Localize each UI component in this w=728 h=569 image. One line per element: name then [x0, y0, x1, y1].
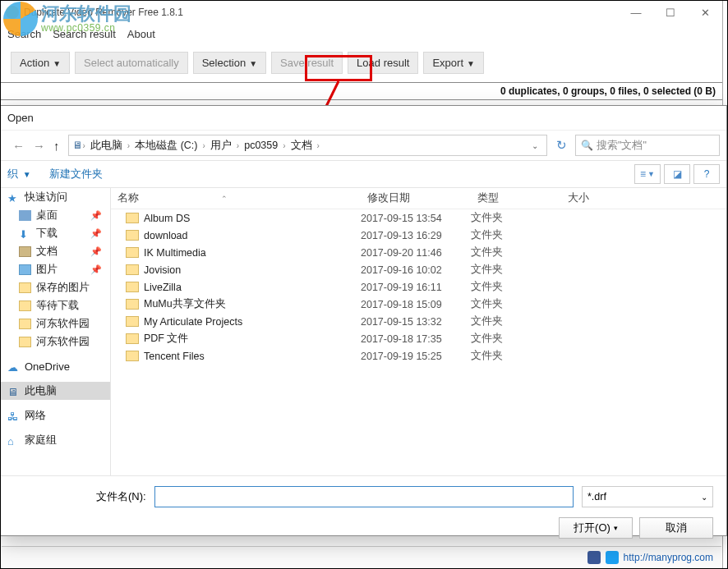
facebook-icon[interactable]	[587, 551, 601, 564]
load-result-button[interactable]: Load result	[348, 52, 418, 74]
sidebar-label: 图片	[36, 262, 58, 277]
sidebar-item-6[interactable]: 等待下载	[1, 296, 110, 314]
filename-input[interactable]	[154, 486, 574, 507]
cancel-button[interactable]: 取消	[639, 517, 713, 539]
organize-button[interactable]: 织 ▼	[7, 167, 31, 181]
file-row[interactable]: Jovision2017-09-16 10:02文件夹	[111, 261, 726, 278]
status-line: 0 duplicates, 0 groups, 0 files, 0 selec…	[1, 82, 722, 100]
save-result-button[interactable]: Save result	[271, 52, 343, 74]
file-type: 文件夹	[471, 228, 561, 242]
open-dialog: Open ← → ↑ 🖥 › 此电脑› 本地磁盘 (C:)› 用户› pc035…	[0, 105, 727, 536]
search-input[interactable]: 🔍 搜索"文档"	[575, 135, 720, 156]
file-row[interactable]: Album DS2017-09-15 13:54文件夹	[111, 209, 726, 227]
file-row[interactable]: download2017-09-13 16:29文件夹	[111, 227, 726, 244]
watermark-url: www.pc0359.cn	[41, 23, 131, 33]
col-date[interactable]: 修改日期	[361, 191, 471, 205]
file-name: MuMu共享文件夹	[144, 297, 361, 311]
sidebar-item-5[interactable]: 保存的图片	[1, 278, 110, 296]
crumb-0[interactable]: 此电脑	[85, 139, 127, 153]
sidebar-item-11[interactable]: 🖧网络	[1, 406, 110, 424]
file-name: LiveZilla	[144, 282, 361, 293]
help-button[interactable]: ?	[693, 164, 720, 184]
file-type: 文件夹	[471, 349, 561, 363]
sidebar-item-7[interactable]: 河东软件园	[1, 314, 110, 333]
crumb-4[interactable]: 文档	[286, 139, 317, 153]
nav-up-icon[interactable]: ↑	[53, 139, 60, 153]
dialog-title: Open	[1, 106, 726, 131]
sidebar-item-10[interactable]: 🖥此电脑	[1, 382, 110, 400]
sidebar-item-4[interactable]: 图片📌	[1, 260, 110, 278]
crumb-2[interactable]: 用户	[205, 139, 237, 153]
sidebar-item-0[interactable]: ★快速访问	[1, 188, 110, 206]
dialog-bottom: 文件名(N): *.drf⌄ 打开(O)▾ 取消	[1, 475, 726, 548]
minimize-button[interactable]: —	[619, 2, 653, 23]
file-type: 文件夹	[471, 314, 561, 328]
file-row[interactable]: PDF 文件2017-09-18 17:35文件夹	[111, 330, 726, 347]
pin-icon: 📌	[90, 228, 102, 239]
open-button[interactable]: 打开(O)▾	[559, 517, 633, 539]
crumb-1[interactable]: 本地磁盘 (C:)	[130, 139, 202, 153]
sidebar-label: 此电脑	[25, 383, 57, 398]
desk-icon	[19, 210, 31, 221]
file-date: 2017-09-18 15:09	[361, 299, 471, 310]
sidebar-item-1[interactable]: 桌面📌	[1, 206, 110, 224]
refresh-icon[interactable]: ↻	[551, 135, 572, 156]
sidebar-label: 下载	[36, 226, 58, 241]
pic-icon	[19, 264, 31, 275]
file-row[interactable]: MuMu共享文件夹2017-09-18 15:09文件夹	[111, 296, 726, 313]
filter-dropdown[interactable]: *.drf⌄	[582, 486, 713, 507]
col-type[interactable]: 类型	[471, 191, 561, 205]
new-folder-button[interactable]: 新建文件夹	[49, 167, 103, 181]
file-row[interactable]: My Articulate Projects2017-09-15 13:32文件…	[111, 313, 726, 330]
sidebar-label: 河东软件园	[36, 334, 90, 349]
sidebar-label: OneDrive	[25, 360, 70, 373]
pin-icon: 📌	[90, 210, 102, 221]
file-name: download	[144, 230, 361, 241]
home-icon: ⌂	[7, 435, 20, 446]
sidebar-label: 保存的图片	[36, 280, 90, 295]
sidebar-item-3[interactable]: 文档📌	[1, 242, 110, 260]
file-row[interactable]: IK Multimedia2017-09-20 11:46文件夹	[111, 244, 726, 261]
breadcrumb[interactable]: 🖥 › 此电脑› 本地磁盘 (C:)› 用户› pc0359› 文档› ⌄	[68, 135, 548, 156]
file-date: 2017-09-15 13:32	[361, 316, 471, 328]
sidebar-item-12[interactable]: ⌂家庭组	[1, 431, 110, 449]
file-type: 文件夹	[471, 245, 561, 259]
close-button[interactable]: ✕	[688, 2, 722, 23]
view-mode-button[interactable]: ≡ ▼	[634, 164, 661, 184]
sidebar-item-8[interactable]: 河东软件园	[1, 333, 110, 351]
nav-back-icon[interactable]: ←	[12, 139, 25, 153]
crumb-3[interactable]: pc0359	[239, 140, 283, 151]
col-size[interactable]: 大小	[561, 191, 627, 205]
crumb-dropdown-icon[interactable]: ⌄	[527, 141, 543, 150]
column-headers[interactable]: 名称⌃ 修改日期 类型 大小	[111, 188, 726, 209]
nav-forward-icon[interactable]: →	[33, 139, 45, 153]
twitter-icon[interactable]	[606, 551, 619, 564]
preview-pane-button[interactable]: ◪	[664, 164, 690, 184]
dialog-toolbar: 织 ▼ 新建文件夹 ≡ ▼ ◪ ?	[1, 160, 726, 188]
file-type: 文件夹	[471, 332, 561, 346]
folder-icon	[126, 316, 139, 327]
col-name[interactable]: 名称	[117, 191, 139, 205]
export-button[interactable]: Export▼	[423, 52, 483, 74]
file-row[interactable]: Tencent Files2017-09-19 15:25文件夹	[111, 347, 726, 365]
footer-link[interactable]: http://manyprog.com	[624, 552, 713, 563]
file-row[interactable]: LiveZilla2017-09-19 16:11文件夹	[111, 278, 726, 296]
file-name: IK Multimedia	[144, 247, 361, 259]
folder-icon	[126, 230, 139, 241]
file-type: 文件夹	[471, 211, 561, 225]
pc-icon: 🖥	[7, 386, 20, 397]
maximize-button[interactable]: ☐	[653, 2, 688, 23]
selection-button[interactable]: Selection▼	[193, 52, 266, 74]
action-button[interactable]: Action▼	[11, 52, 70, 74]
sidebar-item-2[interactable]: ⬇下载📌	[1, 224, 110, 242]
file-name: Jovision	[144, 264, 361, 276]
file-name: My Articulate Projects	[144, 316, 361, 328]
file-date: 2017-09-13 16:29	[361, 230, 471, 241]
sort-indicator-icon: ⌃	[221, 195, 228, 203]
filename-label: 文件名(N):	[96, 489, 146, 504]
sidebar-item-9[interactable]: ☁OneDrive	[1, 357, 110, 375]
folder-icon	[126, 282, 139, 292]
pc-icon: 🖥	[72, 140, 83, 151]
folder-icon	[126, 333, 139, 344]
select-automatically-button[interactable]: Select automatically	[75, 52, 188, 74]
